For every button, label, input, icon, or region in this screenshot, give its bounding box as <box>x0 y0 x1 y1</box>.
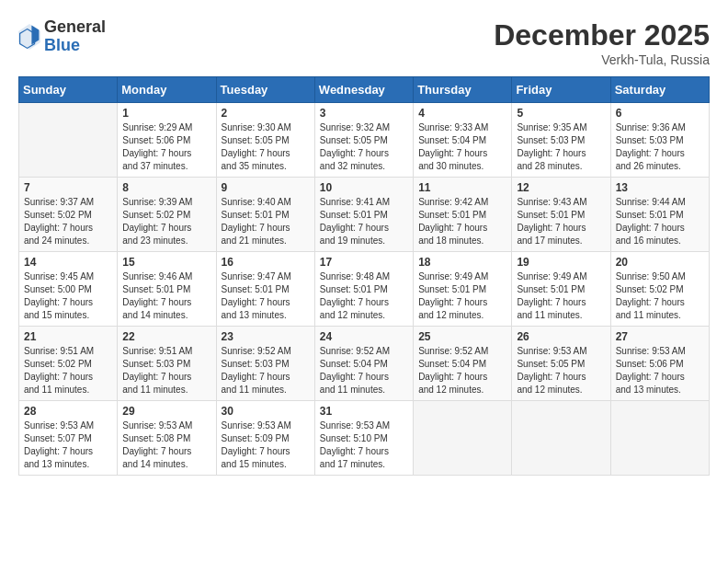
month-title: December 2025 <box>494 18 710 52</box>
day-info: Sunrise: 9:53 AM Sunset: 5:10 PM Dayligh… <box>320 419 408 471</box>
logo-text: General Blue <box>44 18 106 55</box>
day-number: 30 <box>222 405 310 418</box>
calendar-cell: 2Sunrise: 9:30 AM Sunset: 5:05 PM Daylig… <box>216 103 314 178</box>
day-number: 1 <box>122 107 210 120</box>
day-number: 22 <box>122 330 210 343</box>
calendar-cell: 24Sunrise: 9:52 AM Sunset: 5:04 PM Dayli… <box>314 327 413 401</box>
calendar-cell: 13Sunrise: 9:44 AM Sunset: 5:01 PM Dayli… <box>610 178 709 252</box>
day-number: 18 <box>418 256 506 269</box>
calendar-cell: 19Sunrise: 9:49 AM Sunset: 5:01 PM Dayli… <box>512 252 610 327</box>
day-info: Sunrise: 9:49 AM Sunset: 5:01 PM Dayligh… <box>418 270 506 322</box>
calendar-cell: 6Sunrise: 9:36 AM Sunset: 5:03 PM Daylig… <box>610 103 709 178</box>
day-info: Sunrise: 9:47 AM Sunset: 5:01 PM Dayligh… <box>222 270 310 322</box>
day-info: Sunrise: 9:46 AM Sunset: 5:01 PM Dayligh… <box>122 270 210 322</box>
day-info: Sunrise: 9:44 AM Sunset: 5:01 PM Dayligh… <box>616 196 704 247</box>
calendar-cell: 17Sunrise: 9:48 AM Sunset: 5:01 PM Dayli… <box>314 252 413 327</box>
day-number: 24 <box>320 330 408 343</box>
logo-icon <box>18 24 40 50</box>
day-number: 6 <box>616 107 704 120</box>
day-number: 4 <box>418 107 506 120</box>
day-number: 11 <box>418 181 506 194</box>
day-info: Sunrise: 9:51 AM Sunset: 5:03 PM Dayligh… <box>122 345 210 396</box>
day-number: 17 <box>320 256 408 269</box>
day-info: Sunrise: 9:29 AM Sunset: 5:06 PM Dayligh… <box>122 121 210 173</box>
calendar-week-1: 1Sunrise: 9:29 AM Sunset: 5:06 PM Daylig… <box>19 103 710 178</box>
day-header-friday: Friday <box>512 77 610 103</box>
calendar-cell: 20Sunrise: 9:50 AM Sunset: 5:02 PM Dayli… <box>610 252 709 327</box>
day-number: 5 <box>517 107 605 120</box>
calendar-cell: 31Sunrise: 9:53 AM Sunset: 5:10 PM Dayli… <box>314 401 413 476</box>
day-number: 10 <box>320 181 408 194</box>
day-header-wednesday: Wednesday <box>314 77 413 103</box>
header-row: SundayMondayTuesdayWednesdayThursdayFrid… <box>19 77 710 103</box>
day-info: Sunrise: 9:52 AM Sunset: 5:04 PM Dayligh… <box>418 345 506 396</box>
day-info: Sunrise: 9:40 AM Sunset: 5:01 PM Dayligh… <box>222 196 310 247</box>
day-info: Sunrise: 9:37 AM Sunset: 5:02 PM Dayligh… <box>24 196 112 247</box>
day-info: Sunrise: 9:39 AM Sunset: 5:02 PM Dayligh… <box>122 196 210 247</box>
day-number: 2 <box>222 107 310 120</box>
day-number: 8 <box>122 181 210 194</box>
day-number: 21 <box>24 330 112 343</box>
day-info: Sunrise: 9:42 AM Sunset: 5:01 PM Dayligh… <box>418 196 506 247</box>
calendar-cell <box>610 401 709 476</box>
calendar-cell: 3Sunrise: 9:32 AM Sunset: 5:05 PM Daylig… <box>314 103 413 178</box>
calendar-week-2: 7Sunrise: 9:37 AM Sunset: 5:02 PM Daylig… <box>19 178 710 252</box>
day-info: Sunrise: 9:35 AM Sunset: 5:03 PM Dayligh… <box>517 121 605 173</box>
logo: General Blue <box>18 18 106 55</box>
calendar-cell <box>512 401 610 476</box>
day-number: 12 <box>517 181 605 194</box>
calendar-cell: 18Sunrise: 9:49 AM Sunset: 5:01 PM Dayli… <box>414 252 512 327</box>
day-info: Sunrise: 9:50 AM Sunset: 5:02 PM Dayligh… <box>616 270 704 322</box>
day-info: Sunrise: 9:53 AM Sunset: 5:05 PM Dayligh… <box>517 345 605 396</box>
calendar-cell: 21Sunrise: 9:51 AM Sunset: 5:02 PM Dayli… <box>19 327 118 401</box>
day-number: 27 <box>616 330 704 343</box>
calendar-week-3: 14Sunrise: 9:45 AM Sunset: 5:00 PM Dayli… <box>19 252 710 327</box>
calendar-cell: 23Sunrise: 9:52 AM Sunset: 5:03 PM Dayli… <box>216 327 314 401</box>
calendar-cell <box>414 401 512 476</box>
day-info: Sunrise: 9:51 AM Sunset: 5:02 PM Dayligh… <box>24 345 112 396</box>
calendar-cell: 29Sunrise: 9:53 AM Sunset: 5:08 PM Dayli… <box>118 401 216 476</box>
day-number: 28 <box>24 405 112 418</box>
day-info: Sunrise: 9:33 AM Sunset: 5:04 PM Dayligh… <box>418 121 506 173</box>
day-header-monday: Monday <box>118 77 216 103</box>
day-number: 15 <box>122 256 210 269</box>
title-block: December 2025 Verkh-Tula, Russia <box>494 18 710 67</box>
day-number: 3 <box>320 107 408 120</box>
calendar-cell: 11Sunrise: 9:42 AM Sunset: 5:01 PM Dayli… <box>414 178 512 252</box>
day-number: 25 <box>418 330 506 343</box>
day-number: 31 <box>320 405 408 418</box>
day-number: 14 <box>24 256 112 269</box>
calendar-table: SundayMondayTuesdayWednesdayThursdayFrid… <box>18 76 710 476</box>
day-number: 26 <box>517 330 605 343</box>
calendar-cell: 10Sunrise: 9:41 AM Sunset: 5:01 PM Dayli… <box>314 178 413 252</box>
day-info: Sunrise: 9:43 AM Sunset: 5:01 PM Dayligh… <box>517 196 605 247</box>
day-info: Sunrise: 9:41 AM Sunset: 5:01 PM Dayligh… <box>320 196 408 247</box>
day-info: Sunrise: 9:53 AM Sunset: 5:09 PM Dayligh… <box>222 419 310 471</box>
day-header-sunday: Sunday <box>19 77 118 103</box>
calendar-cell: 14Sunrise: 9:45 AM Sunset: 5:00 PM Dayli… <box>19 252 118 327</box>
calendar-cell: 12Sunrise: 9:43 AM Sunset: 5:01 PM Dayli… <box>512 178 610 252</box>
day-info: Sunrise: 9:49 AM Sunset: 5:01 PM Dayligh… <box>517 270 605 322</box>
day-info: Sunrise: 9:30 AM Sunset: 5:05 PM Dayligh… <box>222 121 310 173</box>
logo-blue-text: Blue <box>44 37 106 55</box>
calendar-cell: 30Sunrise: 9:53 AM Sunset: 5:09 PM Dayli… <box>216 401 314 476</box>
calendar-cell: 22Sunrise: 9:51 AM Sunset: 5:03 PM Dayli… <box>118 327 216 401</box>
day-number: 29 <box>122 405 210 418</box>
day-info: Sunrise: 9:52 AM Sunset: 5:03 PM Dayligh… <box>222 345 310 396</box>
calendar-cell <box>19 103 118 178</box>
day-header-saturday: Saturday <box>610 77 709 103</box>
calendar-cell: 28Sunrise: 9:53 AM Sunset: 5:07 PM Dayli… <box>19 401 118 476</box>
calendar-cell: 25Sunrise: 9:52 AM Sunset: 5:04 PM Dayli… <box>414 327 512 401</box>
calendar-cell: 16Sunrise: 9:47 AM Sunset: 5:01 PM Dayli… <box>216 252 314 327</box>
calendar-cell: 27Sunrise: 9:53 AM Sunset: 5:06 PM Dayli… <box>610 327 709 401</box>
calendar-cell: 1Sunrise: 9:29 AM Sunset: 5:06 PM Daylig… <box>118 103 216 178</box>
calendar-cell: 5Sunrise: 9:35 AM Sunset: 5:03 PM Daylig… <box>512 103 610 178</box>
day-number: 16 <box>222 256 310 269</box>
calendar-cell: 15Sunrise: 9:46 AM Sunset: 5:01 PM Dayli… <box>118 252 216 327</box>
day-number: 7 <box>24 181 112 194</box>
day-info: Sunrise: 9:53 AM Sunset: 5:08 PM Dayligh… <box>122 419 210 471</box>
logo-general-text: General <box>44 18 106 37</box>
day-info: Sunrise: 9:45 AM Sunset: 5:00 PM Dayligh… <box>24 270 112 322</box>
calendar-cell: 26Sunrise: 9:53 AM Sunset: 5:05 PM Dayli… <box>512 327 610 401</box>
calendar-cell: 4Sunrise: 9:33 AM Sunset: 5:04 PM Daylig… <box>414 103 512 178</box>
